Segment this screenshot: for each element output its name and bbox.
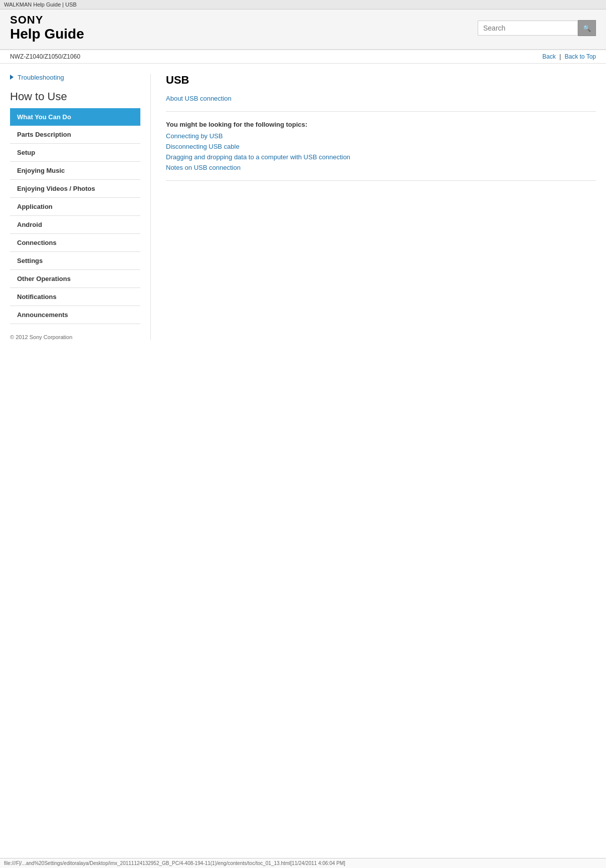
sidebar-item-what-you-can-do[interactable]: What You Can Do bbox=[10, 108, 140, 126]
topic-link-disconnecting-usb[interactable]: Disconnecting USB cable bbox=[166, 143, 596, 150]
header-left: SONY Help Guide bbox=[10, 15, 84, 42]
topics-list: Connecting by USB Disconnecting USB cabl… bbox=[166, 132, 596, 171]
chevron-right-icon bbox=[10, 75, 14, 80]
sidebar-nav: What You Can Do Parts Description Setup … bbox=[10, 108, 140, 324]
back-link[interactable]: Back bbox=[542, 53, 556, 60]
sidebar-item-enjoying-music[interactable]: Enjoying Music bbox=[10, 162, 140, 180]
sidebar-item-parts-description[interactable]: Parts Description bbox=[10, 126, 140, 144]
about-usb-link[interactable]: About USB connection bbox=[166, 95, 596, 102]
search-icon: 🔍 bbox=[583, 25, 591, 32]
sidebar-item-other-operations[interactable]: Other Operations bbox=[10, 270, 140, 288]
search-input[interactable] bbox=[478, 21, 578, 36]
sidebar-item-connections[interactable]: Connections bbox=[10, 234, 140, 252]
main-layout: Troubleshooting How to Use What You Can … bbox=[0, 64, 606, 350]
sidebar-item-application[interactable]: Application bbox=[10, 198, 140, 216]
how-to-use-heading: How to Use bbox=[10, 90, 140, 103]
topic-link-dragging-dropping[interactable]: Dragging and dropping data to a computer… bbox=[166, 153, 596, 161]
browser-title-text: WALKMAN Help Guide | USB bbox=[4, 2, 77, 8]
search-button[interactable]: 🔍 bbox=[578, 20, 596, 36]
sony-logo: SONY bbox=[10, 15, 84, 26]
content-divider-top bbox=[166, 111, 596, 112]
nav-bar: NWZ-Z1040/Z1050/Z1060 Back | Back to Top bbox=[0, 50, 606, 64]
back-to-top-link[interactable]: Back to Top bbox=[565, 53, 596, 60]
sidebar-item-settings[interactable]: Settings bbox=[10, 252, 140, 270]
troubleshooting-label: Troubleshooting bbox=[18, 74, 64, 81]
help-guide-title: Help Guide bbox=[10, 27, 84, 42]
sidebar: Troubleshooting How to Use What You Can … bbox=[10, 74, 150, 340]
troubleshooting-link[interactable]: Troubleshooting bbox=[10, 74, 140, 81]
sidebar-item-android[interactable]: Android bbox=[10, 216, 140, 234]
nav-links: Back | Back to Top bbox=[542, 53, 596, 60]
sidebar-item-enjoying-videos-photos[interactable]: Enjoying Videos / Photos bbox=[10, 180, 140, 198]
sidebar-item-setup[interactable]: Setup bbox=[10, 144, 140, 162]
content-area: USB About USB connection You might be lo… bbox=[150, 74, 596, 340]
sidebar-item-notifications[interactable]: Notifications bbox=[10, 288, 140, 306]
topic-link-connecting-usb[interactable]: Connecting by USB bbox=[166, 132, 596, 140]
content-divider-bottom bbox=[166, 180, 596, 181]
model-label: NWZ-Z1040/Z1050/Z1060 bbox=[10, 53, 80, 60]
topic-link-notes-usb[interactable]: Notes on USB connection bbox=[166, 164, 596, 171]
sidebar-copyright: © 2012 Sony Corporation bbox=[10, 334, 140, 340]
page-title: USB bbox=[166, 74, 596, 87]
search-container: 🔍 bbox=[478, 20, 596, 36]
topics-heading: You might be looking for the following t… bbox=[166, 121, 596, 128]
nav-separator: | bbox=[559, 53, 561, 60]
site-header: SONY Help Guide 🔍 bbox=[0, 10, 606, 50]
browser-title-bar: WALKMAN Help Guide | USB bbox=[0, 0, 606, 10]
sidebar-item-announcements[interactable]: Announcements bbox=[10, 306, 140, 324]
